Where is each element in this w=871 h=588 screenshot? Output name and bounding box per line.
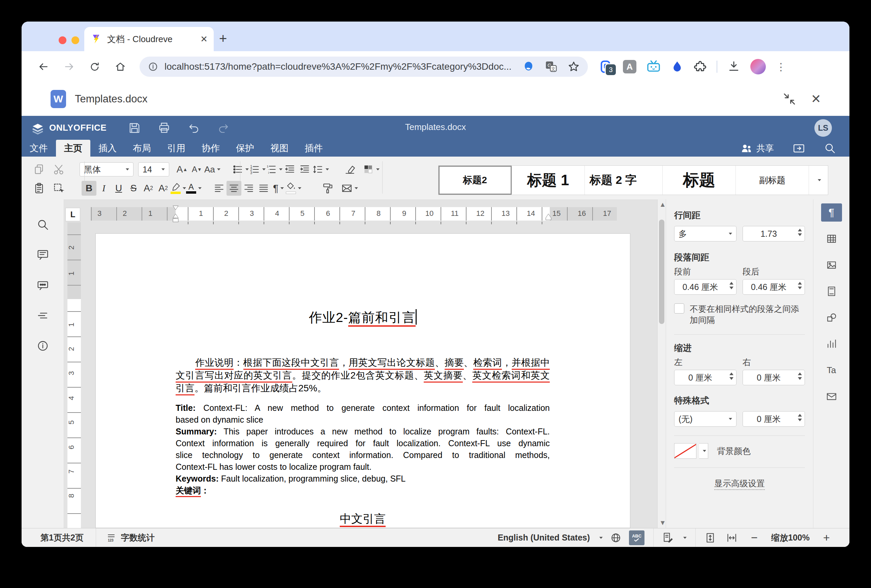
navigation-headings-icon[interactable] [36, 309, 49, 322]
user-avatar[interactable]: LS [814, 119, 832, 137]
fit-page-icon[interactable] [705, 532, 716, 543]
cut-button[interactable] [51, 162, 66, 177]
line-spacing-select[interactable]: 多 [674, 226, 736, 242]
page-indicator[interactable]: 第1页共2页 [22, 528, 96, 547]
clear-style-button[interactable] [343, 162, 357, 177]
spacing-before-input[interactable]: 0.46 厘米 [674, 279, 736, 295]
tab-protection[interactable]: 保护 [228, 140, 262, 157]
italic-button[interactable]: I [96, 181, 111, 196]
reload-icon[interactable] [89, 61, 100, 72]
doc-section-heading[interactable]: 中文引言 [176, 511, 550, 527]
subscript-button[interactable]: A2 [156, 181, 171, 196]
select-all-button[interactable] [51, 181, 66, 196]
scroll-up-icon[interactable]: ▲ [659, 201, 666, 209]
track-changes-icon[interactable] [662, 532, 674, 543]
undo-icon[interactable] [187, 122, 200, 134]
chart-settings-tab[interactable] [821, 335, 842, 353]
tab-file[interactable]: 文件 [22, 140, 56, 157]
tab-plugins[interactable]: 插件 [296, 140, 331, 157]
print-icon[interactable] [158, 122, 171, 134]
tab-layout[interactable]: 布局 [125, 140, 159, 157]
paragraph-settings-tab[interactable]: ¶ [821, 203, 842, 222]
align-right-button[interactable] [241, 181, 256, 196]
scrollbar-thumb[interactable] [659, 219, 664, 324]
special-format-value[interactable]: 0 厘米 [742, 411, 805, 427]
background-color-dropdown[interactable] [699, 443, 708, 459]
zoom-level[interactable]: 缩放100% [771, 532, 810, 543]
change-case-button[interactable]: Aa [204, 162, 220, 177]
superscript-button[interactable]: A2 [141, 181, 156, 196]
word-count-button[interactable]: 123 字数统计 [96, 532, 155, 543]
spellcheck-toggle[interactable]: ABC [629, 530, 645, 545]
scroll-down-icon[interactable]: ▼ [659, 519, 666, 527]
home-icon[interactable] [115, 61, 126, 72]
vertical-ruler[interactable]: 2 1 1 2 3 4 5 6 7 8 [67, 222, 81, 528]
mailmerge-settings-tab[interactable] [821, 387, 842, 406]
tab-collaboration[interactable]: 协作 [193, 140, 228, 157]
doc-title-line[interactable]: 作业2-篇前和引言 [176, 309, 550, 327]
copy-button[interactable] [32, 162, 46, 177]
increase-indent-button[interactable] [297, 162, 312, 177]
spinner-arrows[interactable] [798, 282, 802, 289]
bilibili-extension-icon[interactable] [647, 60, 661, 74]
doc-paragraph-en[interactable]: Title: Context-FL: A new method to gener… [176, 402, 550, 496]
multilevel-list-button[interactable]: 1-i [266, 162, 283, 177]
about-icon[interactable] [36, 339, 49, 352]
indent-left-input[interactable]: 0 厘米 [674, 370, 736, 385]
comments-icon[interactable] [36, 249, 49, 261]
spinner-arrows[interactable] [798, 373, 802, 380]
underline-button[interactable]: U [111, 181, 126, 196]
checkbox[interactable] [674, 303, 684, 313]
no-space-between-checkbox-row[interactable]: 不要在相同样式的段落之间添加间隔 [674, 303, 805, 326]
site-info-icon[interactable] [148, 61, 159, 72]
background-color-swatch[interactable] [674, 443, 696, 459]
font-color-button[interactable]: A [186, 181, 202, 196]
share-button[interactable]: 共享 [741, 142, 774, 154]
spinner-arrows[interactable] [798, 414, 802, 421]
advanced-settings-link[interactable]: 显示高级设置 [674, 478, 805, 489]
tab-close-icon[interactable]: ✕ [200, 34, 208, 45]
paragraph-shading-button[interactable] [286, 181, 301, 196]
fit-width-icon[interactable] [726, 532, 738, 543]
save-icon[interactable] [128, 122, 141, 134]
style-heading2-char[interactable]: 标题 2 字 [585, 166, 663, 195]
highlight-color-button[interactable] [171, 181, 186, 196]
water-drop-extension-icon[interactable] [671, 60, 684, 73]
exit-fullscreen-icon[interactable] [783, 92, 796, 106]
right-indent-marker[interactable] [545, 213, 552, 221]
address-bar[interactable]: localhost:5173/home?path=cloudreve%3A%2F… [139, 57, 588, 77]
align-center-button[interactable] [226, 181, 241, 196]
ai-assistant-icon[interactable] [522, 61, 534, 73]
style-subtitle[interactable]: 副标题 [736, 166, 809, 195]
a-extension-icon[interactable]: A [623, 60, 636, 73]
shape-settings-tab[interactable] [821, 309, 842, 327]
document-scrollbar[interactable]: ▲ ▼ [657, 199, 666, 528]
align-left-button[interactable] [212, 181, 226, 196]
format-painter-button[interactable] [320, 181, 335, 196]
tab-insert[interactable]: 插入 [90, 140, 125, 157]
chrome-profile-avatar[interactable] [750, 59, 766, 75]
decrease-indent-button[interactable] [283, 162, 297, 177]
search-icon[interactable] [824, 142, 836, 154]
tab-home[interactable]: 主页 [56, 140, 90, 157]
close-window-button[interactable] [58, 36, 66, 44]
justify-button[interactable] [256, 181, 271, 196]
style-title[interactable]: 标题 [663, 166, 736, 195]
minimize-window-button[interactable] [72, 36, 79, 44]
downloads-icon[interactable] [727, 60, 740, 73]
spinner-arrows[interactable] [729, 373, 733, 380]
line-spacing-button[interactable] [312, 162, 329, 177]
indent-markers[interactable] [172, 205, 179, 222]
bookmark-star-icon[interactable] [568, 61, 580, 73]
redo-icon[interactable] [217, 122, 230, 134]
tab-type-selector[interactable]: L [65, 208, 80, 221]
document-language-select[interactable]: English (United States) [497, 533, 590, 543]
modal-close-icon[interactable]: ✕ [811, 92, 821, 106]
chrome-menu-icon[interactable]: ⋮ [776, 61, 786, 73]
chat-icon[interactable] [36, 279, 49, 292]
style-gallery-more-button[interactable] [809, 166, 828, 195]
doc-paragraph-cn[interactable]: 作业说明：根据下面这段中文引言，用英文写出论文标题、摘要、检索词，并根据中 文引… [176, 356, 550, 395]
special-format-select[interactable]: (无) [674, 411, 736, 427]
image-settings-tab[interactable] [821, 256, 842, 274]
indent-right-input[interactable]: 0 厘米 [742, 370, 805, 385]
